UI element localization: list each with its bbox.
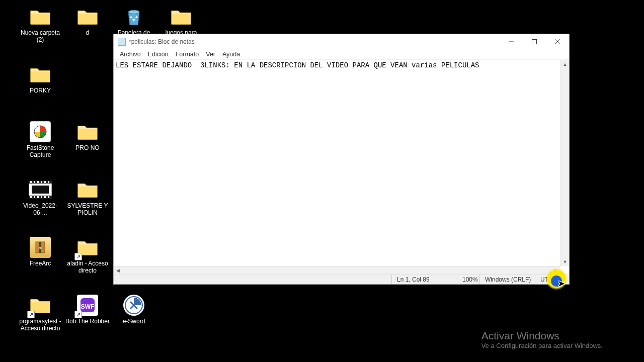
desktop-icon-e-sword[interactable]: e-Sword [112, 293, 156, 325]
svg-rect-13 [37, 196, 39, 198]
status-zoom: 100% [457, 275, 479, 284]
svg-rect-6 [34, 181, 35, 183]
scroll-right-icon[interactable]: ▶ [552, 266, 560, 275]
close-button[interactable] [546, 34, 569, 49]
scroll-down-icon[interactable]: ▼ [561, 257, 569, 266]
desktop-icon-d[interactable]: d [65, 5, 110, 37]
shortcut-overlay-icon: ↗ [27, 311, 35, 318]
desktop-icon-label: FastStone Capture [18, 145, 62, 159]
desktop-icon-papelera-de[interactable]: Papelera de [112, 5, 156, 37]
folder_shortcut-icon: ↗ [75, 235, 100, 259]
folder-icon [28, 62, 52, 86]
watermark-title: Activar Windows [481, 330, 603, 342]
shortcut-overlay-icon: ↗ [74, 253, 82, 260]
activate-windows-watermark: Activar Windows Ve a Configuración para … [481, 330, 603, 349]
notepad-app-icon [118, 38, 126, 46]
window-title: *peliculas: Bloc de notas [129, 38, 500, 45]
shortcut-overlay-icon: ↗ [74, 311, 82, 318]
desktop-icon-sylvestre-y-piolin[interactable]: SYLVESTRE Y PIOLIN [65, 177, 110, 217]
desktop-icon-faststone-capture[interactable]: FastStone Capture [18, 120, 62, 159]
folder-icon [75, 5, 100, 29]
menu-archivo[interactable]: Archivo [116, 50, 144, 59]
freearc-icon [28, 235, 52, 259]
desktop-icon-label: Bob The Robber [65, 318, 110, 325]
notepad-window: *peliculas: Bloc de notas ArchivoEdición… [113, 34, 570, 285]
desktop-icon-nueva-carpeta-2[interactable]: Nueva carpeta (2) [18, 5, 62, 44]
faststone-icon [28, 120, 52, 144]
scroll-up-icon[interactable]: ▲ [561, 60, 569, 68]
svg-point-20 [39, 247, 41, 249]
desktop-icon-aladin-acceso-directo[interactable]: ↗aladin - Acceso directo [65, 235, 110, 275]
folder_shortcut-icon: ↗ [28, 293, 52, 317]
window-controls [500, 34, 569, 49]
menu-ayuda[interactable]: Ayuda [219, 50, 244, 59]
desktop-icon-label: Video_2022-06-... [18, 203, 62, 217]
desktop-icon-label: SYLVESTRE Y PIOLIN [65, 203, 110, 217]
menu-formato[interactable]: Formato [172, 50, 203, 59]
desktop-icon-label: FreeArc [30, 260, 51, 267]
text-area[interactable]: LES ESTARE DEJANDO 3LINKS: EN LA DESCRIP… [114, 60, 569, 275]
desktop-icon-label: d [86, 30, 90, 37]
recycle-icon [122, 5, 146, 29]
scrollbar-horizontal[interactable]: ◀ ▶ [114, 266, 560, 275]
desktop-icon-video-2022-06[interactable]: Video_2022-06-... [18, 177, 62, 217]
folder-icon [169, 5, 193, 29]
desktop-icon-label: Nueva carpeta (2) [18, 30, 62, 44]
desktop-icon-label: prgramasytest - Acceso directo [18, 318, 62, 332]
watermark-subtitle: Ve a Configuración para activar Windows. [481, 342, 603, 349]
svg-rect-5 [30, 181, 32, 183]
desktop-icon-prgramasytest-acceso-directo[interactable]: ↗prgramasytest - Acceso directo [18, 293, 62, 332]
scroll-left-icon[interactable]: ◀ [114, 266, 122, 275]
status-eol: Windows (CRLF) [479, 275, 535, 284]
svg-point-0 [128, 10, 139, 14]
desktop-icon-porky[interactable]: PORKY [18, 62, 62, 95]
svg-rect-15 [44, 196, 46, 198]
status-encoding: UTF-8 [535, 275, 569, 284]
desktop-icon-label: aladin - Acceso directo [65, 260, 110, 275]
svg-rect-11 [30, 196, 32, 198]
desktop-icon-freearc[interactable]: FreeArc [18, 235, 62, 267]
bob-icon: SWF↗ [75, 293, 100, 317]
desktop-icon-label: PORKY [30, 87, 51, 95]
svg-rect-10 [48, 181, 49, 183]
svg-text:SWF: SWF [81, 303, 95, 310]
svg-rect-7 [37, 181, 39, 183]
folder-icon [75, 120, 100, 144]
folder-icon [28, 5, 52, 29]
scrollbar-vertical[interactable]: ▲ ▼ [560, 60, 569, 266]
folder-icon [75, 177, 100, 202]
status-position: Ln 1, Col 89 [391, 275, 457, 284]
menubar: ArchivoEdiciónFormatoVerAyuda [114, 49, 569, 60]
desktop-icon-pro-no[interactable]: PRO NO [65, 120, 110, 152]
svg-rect-25 [532, 39, 537, 44]
svg-rect-9 [44, 181, 46, 183]
menu-edicion[interactable]: Edición [144, 50, 172, 59]
sword-icon [122, 293, 146, 317]
desktop-icon-label: e-Sword [123, 318, 145, 325]
menu-ver[interactable]: Ver [202, 50, 219, 59]
titlebar[interactable]: *peliculas: Bloc de notas [114, 34, 569, 49]
svg-rect-8 [41, 181, 42, 183]
desktop-icon-label: PRO NO [75, 145, 99, 152]
svg-rect-16 [48, 196, 49, 198]
minimize-button[interactable] [500, 34, 523, 49]
svg-rect-12 [34, 196, 35, 198]
svg-rect-14 [41, 196, 42, 198]
maximize-button[interactable] [523, 34, 546, 49]
svg-rect-17 [32, 186, 49, 194]
statusbar: Ln 1, Col 89 100% Windows (CRLF) UTF-8 [114, 275, 569, 284]
video-icon [28, 177, 52, 202]
desktop-icon-bob-the-robber[interactable]: SWF↗Bob The Robber [65, 293, 110, 325]
